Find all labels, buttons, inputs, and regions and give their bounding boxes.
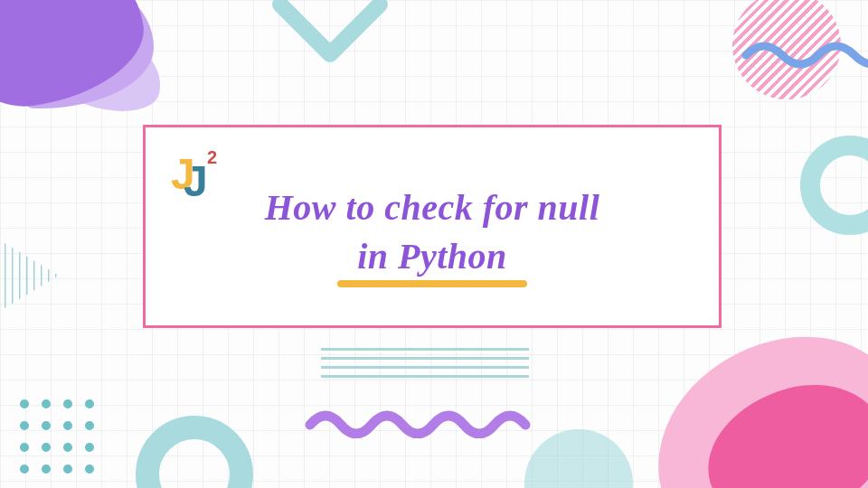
decor-underline-gold: [337, 280, 527, 287]
title-line-1: How to check for null: [146, 183, 719, 232]
decor-triangle-icon: [0, 221, 77, 330]
decor-wave-blue: [741, 5, 868, 78]
decor-horizontal-lines: [321, 342, 529, 384]
svg-marker-1: [0, 221, 59, 330]
decor-blob-pink: [651, 343, 868, 488]
logo-superscript-2: 2: [207, 147, 217, 168]
title-card: J J 2 How to check for null in Python: [143, 125, 722, 328]
title-line-2: in Python: [146, 232, 719, 281]
decor-wave-purple: [303, 402, 547, 438]
decor-chevron-icon: [267, 0, 393, 81]
decor-dot-grid: [20, 399, 98, 477]
title-text: How to check for null in Python: [146, 183, 719, 297]
